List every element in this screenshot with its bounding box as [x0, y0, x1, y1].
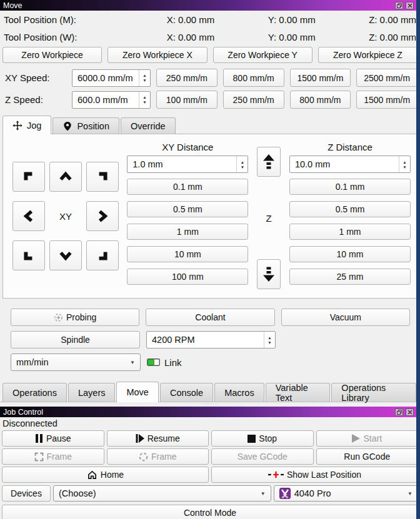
- tab-operations[interactable]: Operations: [2, 383, 67, 402]
- tab-position[interactable]: Position: [52, 117, 119, 134]
- z-speed-preset-250[interactable]: 250 mm/m: [223, 91, 284, 109]
- units-dropdown[interactable]: mm/min ▼: [11, 353, 141, 371]
- show-last-position-button[interactable]: Show Last Position: [211, 467, 418, 483]
- xy-distance-value[interactable]: 1.0 mm: [128, 156, 236, 172]
- frame-circle-button[interactable]: Frame: [107, 448, 209, 465]
- spin-down-icon[interactable]: ▼: [268, 340, 271, 345]
- jog-left-button[interactable]: [12, 201, 45, 231]
- z-speed-preset-100[interactable]: 100 mm/m: [156, 91, 218, 109]
- machine-select-dropdown[interactable]: 4040 Pro ▼: [274, 485, 418, 502]
- coolant-button[interactable]: Coolant: [146, 309, 274, 326]
- xy-distance-preset-0-1[interactable]: 0.1 mm: [127, 179, 248, 195]
- z-distance-preset-0-5[interactable]: 0.5 mm: [289, 201, 411, 217]
- jog-z-down-button[interactable]: [257, 259, 281, 289]
- z-distance-preset-10[interactable]: 10 mm: [289, 246, 411, 262]
- spin-up-icon[interactable]: ▲: [268, 335, 271, 340]
- device-select-dropdown[interactable]: (Choose) ▼: [53, 485, 271, 502]
- spindle-rpm-value[interactable]: 4200 RPM: [147, 332, 264, 348]
- z-speed-value[interactable]: 600.0 mm/m: [72, 92, 139, 108]
- jog-up-left-button[interactable]: [12, 162, 45, 192]
- tab-move[interactable]: Move: [116, 382, 158, 402]
- splitter-handle[interactable]: ······: [0, 402, 420, 407]
- move-panel-titlebar[interactable]: Move: [0, 0, 420, 11]
- spin-up-icon[interactable]: ▲: [142, 95, 146, 99]
- spindle-button[interactable]: Spindle: [11, 331, 140, 348]
- jog-up-button[interactable]: [49, 162, 82, 192]
- tab-operations-library[interactable]: Operations Library: [331, 383, 416, 402]
- tab-jog[interactable]: Jog: [2, 116, 51, 134]
- start-label: Start: [363, 433, 382, 443]
- jog-down-right-button[interactable]: [86, 240, 119, 270]
- xy-speed-label: XY Speed:: [2, 72, 66, 83]
- z-distance-preset-0-1[interactable]: 0.1 mm: [289, 179, 411, 195]
- xy-speed-input[interactable]: 6000.0 mm/m ▲ ▼: [72, 69, 151, 87]
- spin-up-icon[interactable]: ▲: [142, 73, 146, 77]
- xy-distance-preset-0-5[interactable]: 0.5 mm: [127, 201, 248, 217]
- z-distance-label: Z Distance: [289, 142, 411, 156]
- z-distance-value[interactable]: 10.0 mm: [290, 156, 399, 172]
- zero-workpiece-button[interactable]: Zero Workpiece: [2, 47, 102, 63]
- z-distance-spinner[interactable]: ▲ ▼: [399, 156, 410, 172]
- xy-speed-preset-1500[interactable]: 1500 mm/m: [290, 69, 351, 87]
- spin-up-icon[interactable]: ▲: [241, 160, 244, 164]
- jog-up-right-button[interactable]: [86, 162, 119, 192]
- job-control-titlebar[interactable]: Job Control: [0, 407, 420, 417]
- z-distance-input[interactable]: 10.0 mm ▲ ▼: [289, 156, 411, 173]
- jog-down-left-button[interactable]: [12, 240, 45, 270]
- xy-speed-spinner[interactable]: ▲ ▼: [139, 70, 150, 86]
- xy-distance-preset-10[interactable]: 10 mm: [127, 246, 248, 262]
- close-panel-icon[interactable]: [406, 2, 414, 9]
- resume-button[interactable]: Resume: [107, 430, 209, 447]
- z-distance-preset-25[interactable]: 25 mm: [289, 269, 411, 285]
- xy-speed-preset-2500[interactable]: 2500 mm/m: [356, 69, 418, 87]
- pause-button[interactable]: Pause: [2, 430, 104, 447]
- jog-z-up-button[interactable]: [257, 147, 281, 177]
- start-button[interactable]: Start: [316, 430, 419, 447]
- frame-rect-button[interactable]: Frame: [2, 448, 104, 465]
- tab-override[interactable]: Override: [121, 117, 176, 134]
- xy-distance-preset-1[interactable]: 1 mm: [127, 224, 248, 240]
- spindle-rpm-spinner[interactable]: ▲ ▼: [264, 332, 275, 348]
- jog-pane: XY XY Distance 1.0 mm ▲ ▼: [2, 134, 418, 299]
- xy-distance-input[interactable]: 1.0 mm ▲ ▼: [127, 156, 248, 173]
- jog-right-button[interactable]: [86, 201, 119, 231]
- link-toggle[interactable]: Link: [147, 357, 182, 368]
- tab-layers[interactable]: Layers: [68, 383, 116, 402]
- xy-speed-preset-250[interactable]: 250 mm/m: [156, 69, 218, 87]
- spin-down-icon[interactable]: ▼: [142, 100, 146, 104]
- spindle-rpm-input[interactable]: 4200 RPM ▲ ▼: [146, 331, 276, 348]
- stop-button[interactable]: Stop: [211, 430, 314, 447]
- chevron-left-icon: [21, 208, 37, 224]
- xy-speed-value[interactable]: 6000.0 mm/m: [72, 70, 139, 86]
- xy-speed-preset-800[interactable]: 800 mm/m: [223, 69, 284, 87]
- link-toggle-icon: [147, 358, 160, 366]
- z-speed-spinner[interactable]: ▲ ▼: [139, 92, 150, 108]
- home-button[interactable]: Home: [2, 467, 209, 483]
- spin-up-icon[interactable]: ▲: [402, 160, 406, 164]
- jog-down-button[interactable]: [49, 240, 82, 270]
- tab-console[interactable]: Console: [160, 383, 213, 402]
- zero-workpiece-y-button[interactable]: Zero Workpiece Y: [213, 47, 312, 63]
- run-gcode-button[interactable]: Run GCode: [316, 448, 419, 465]
- zero-workpiece-x-button[interactable]: Zero Workpiece X: [108, 47, 207, 63]
- xy-distance-spinner[interactable]: ▲ ▼: [236, 156, 248, 172]
- z-speed-input[interactable]: 600.0 mm/m ▲ ▼: [72, 91, 151, 109]
- tab-macros[interactable]: Macros: [214, 383, 264, 402]
- zero-workpiece-z-button[interactable]: Zero Workpiece Z: [318, 47, 418, 63]
- devices-button[interactable]: Devices: [2, 485, 51, 502]
- spin-down-icon[interactable]: ▼: [402, 165, 406, 169]
- control-mode-button[interactable]: Control Mode: [2, 505, 418, 519]
- xy-distance-preset-100[interactable]: 100 mm: [127, 269, 248, 285]
- spin-down-icon[interactable]: ▼: [142, 78, 146, 82]
- z-speed-preset-800[interactable]: 800 mm/m: [290, 91, 351, 109]
- z-speed-preset-1500[interactable]: 1500 mm/m: [356, 91, 418, 109]
- z-distance-preset-1[interactable]: 1 mm: [289, 224, 411, 240]
- close-panel-icon[interactable]: [406, 408, 414, 416]
- float-panel-icon[interactable]: [395, 408, 403, 416]
- tab-variable-text[interactable]: Variable Text: [266, 383, 331, 402]
- probing-button[interactable]: Probing: [11, 309, 139, 326]
- vacuum-button[interactable]: Vacuum: [281, 309, 410, 326]
- float-panel-icon[interactable]: [395, 2, 403, 9]
- save-gcode-button[interactable]: Save GCode: [211, 448, 314, 465]
- spin-down-icon[interactable]: ▼: [241, 165, 244, 169]
